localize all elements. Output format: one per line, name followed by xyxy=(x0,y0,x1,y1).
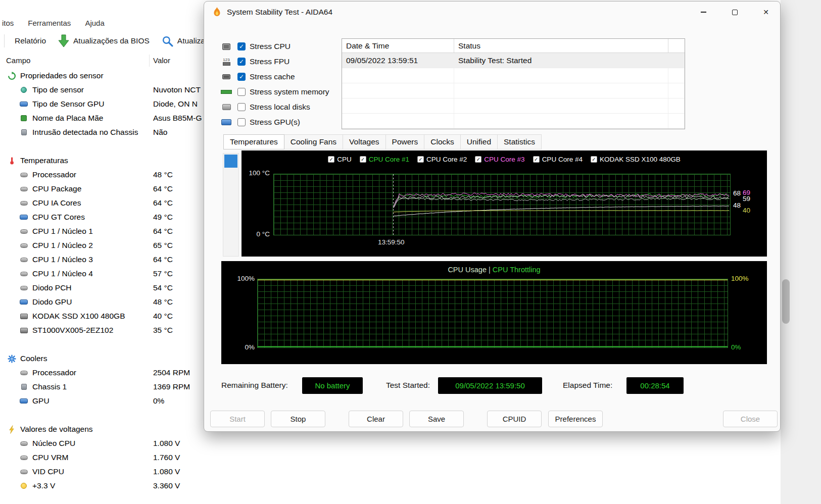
sensor-row[interactable]: Intrusão detectada no ChassisNão xyxy=(0,125,222,139)
log-column-header-date-time[interactable]: Date & Time xyxy=(342,39,454,53)
dialog-titlebar[interactable]: System Stability Test - AIDA64 ✕ xyxy=(204,2,780,23)
stress-checkbox[interactable]: ✓ xyxy=(237,73,246,81)
tab-temperatures[interactable]: Temperatures xyxy=(223,134,284,149)
search-icon[interactable] xyxy=(162,35,173,47)
sensor-row[interactable]: GPU0% xyxy=(0,394,222,408)
bios-download-icon[interactable] xyxy=(58,34,69,47)
menu-item-ajuda[interactable]: Ajuda xyxy=(84,18,105,28)
sensor-label: CPU 1 / Núcleo 1 xyxy=(32,227,93,236)
sensor-value: 3.360 V xyxy=(153,481,180,490)
tab-voltages[interactable]: Voltages xyxy=(343,134,385,149)
temp-icon xyxy=(19,441,28,446)
legend-checkbox[interactable]: ✓ xyxy=(533,156,540,163)
column-header-campo[interactable]: Campo xyxy=(6,56,30,65)
sensor-value: 35 °C xyxy=(153,326,173,335)
sensor-row[interactable]: CPU 1 / Núcleo 364 °C xyxy=(0,253,222,267)
stress-option-fpu[interactable]: 123✓Stress FPU xyxy=(219,54,329,69)
column-divider[interactable] xyxy=(149,55,150,67)
remaining-battery-text: No battery xyxy=(315,381,350,390)
legend-checkbox[interactable]: ✓ xyxy=(475,156,481,163)
sensor-row[interactable]: Diodo GPU48 °C xyxy=(0,295,222,309)
maximize-button[interactable] xyxy=(725,4,745,20)
sensor-row[interactable]: VID CPU1.080 V xyxy=(0,465,222,479)
legend-checkbox[interactable]: ✓ xyxy=(328,156,334,163)
menu-item-ferramentas[interactable]: Ferramentas xyxy=(27,18,72,28)
save-button[interactable]: Save xyxy=(409,411,464,427)
section-row-coolers[interactable]: Coolers xyxy=(0,351,222,366)
close-window-button[interactable]: ✕ xyxy=(756,4,776,20)
section-row-temperaturas[interactable]: Temperaturas xyxy=(0,154,222,168)
legend-label: CPU xyxy=(337,156,352,163)
tab-powers[interactable]: Powers xyxy=(386,134,425,149)
column-header-valor[interactable]: Valor xyxy=(153,56,170,65)
stress-checkbox[interactable]: ✓ xyxy=(237,58,246,66)
sensor-row[interactable]: Chassis 11369 RPM xyxy=(0,380,222,394)
stress-checkbox[interactable] xyxy=(237,103,246,111)
minimize-button[interactable] xyxy=(693,4,713,20)
clear-button[interactable]: Clear xyxy=(349,411,403,427)
sensor-row[interactable]: CPU Package64 °C xyxy=(0,182,222,196)
tab-clocks[interactable]: Clocks xyxy=(424,134,461,149)
sensor-row[interactable]: Tipo de sensorNuvoton NCT xyxy=(0,83,222,97)
legend-label: CPU Core #4 xyxy=(542,156,583,163)
preferences-button[interactable]: Preferences xyxy=(548,411,603,427)
section-row-valores-de-voltagens[interactable]: Valores de voltagens xyxy=(0,422,222,436)
stress-option-label: Stress FPU xyxy=(250,57,289,66)
sensor-row[interactable]: +3.3 V3.360 V xyxy=(0,479,222,493)
gpu-icon xyxy=(19,299,28,305)
y-axis-label-bottom: 0 °C xyxy=(243,230,270,238)
legend-item-cpu: ✓CPU xyxy=(328,156,352,163)
sensor-row[interactable]: CPU 1 / Núcleo 164 °C xyxy=(0,224,222,238)
tab-unified[interactable]: Unified xyxy=(461,134,498,149)
sensor-row[interactable]: Núcleo CPU1.080 V xyxy=(0,436,222,450)
stress-option-gpu[interactable]: Stress GPU(s) xyxy=(219,115,329,130)
bios-updates-button[interactable]: Atualizações da BIOS xyxy=(73,36,150,45)
cpuid-button[interactable]: CPUID xyxy=(487,411,542,427)
stress-option-cpu[interactable]: ✓Stress CPU xyxy=(219,39,329,54)
stress-checkbox[interactable]: ✓ xyxy=(237,42,246,51)
sensor-row[interactable]: CPU IA Cores64 °C xyxy=(0,196,222,210)
legend-checkbox[interactable]: ✓ xyxy=(591,156,597,163)
tab-cooling-fans[interactable]: Cooling Fans xyxy=(284,134,343,149)
legend-checkbox[interactable]: ✓ xyxy=(360,156,366,163)
sensor-row[interactable]: CPU 1 / Núcleo 265 °C xyxy=(0,238,222,253)
sensor-row[interactable]: CPU 1 / Núcleo 457 °C xyxy=(0,267,222,281)
log-column-header-status[interactable]: Status xyxy=(454,39,668,53)
chart-scrollbar-thumb[interactable] xyxy=(224,155,237,168)
stress-option-cache[interactable]: ✓Stress cache xyxy=(219,69,329,84)
stress-options-list: ✓Stress CPU123✓Stress FPU✓Stress cacheSt… xyxy=(219,39,329,130)
close-button[interactable]: Close xyxy=(723,411,778,427)
sensor-row[interactable]: Tipo de Sensor GPUDiode, ON N xyxy=(0,97,222,111)
tab-statistics[interactable]: Statistics xyxy=(498,134,542,149)
elapsed-time-label: Elapsed Time: xyxy=(563,381,612,390)
sensor-row[interactable]: Nome da Placa MãeAsus B85M-G xyxy=(0,111,222,125)
sensor-row[interactable]: ST1000VX005-2EZ10235 °C xyxy=(0,323,222,337)
sensor-row[interactable]: Diodo PCH54 °C xyxy=(0,281,222,295)
scrollbar-thumb[interactable] xyxy=(782,279,790,324)
title-separator: | xyxy=(487,266,493,274)
stress-option-disk[interactable]: Stress local disks xyxy=(219,99,329,115)
section-row-propriedades-do-sensor[interactable]: Propriedades do sensor xyxy=(0,69,222,83)
chart-scrollbar[interactable] xyxy=(223,153,239,257)
current-value-label: 59 xyxy=(743,195,750,203)
stop-button[interactable]: Stop xyxy=(271,411,325,427)
report-button[interactable]: Relatório xyxy=(15,36,46,45)
sensor-label: Chassis 1 xyxy=(32,382,67,391)
update-button[interactable]: Atualiza xyxy=(177,36,205,45)
sensor-row[interactable]: Processador48 °C xyxy=(0,168,222,182)
sensor-row[interactable]: KODAK SSD X100 480GB40 °C xyxy=(0,309,222,323)
stress-checkbox[interactable] xyxy=(237,118,246,126)
log-row[interactable]: 09/05/2022 13:59:51Stability Test: Start… xyxy=(342,53,685,68)
sensor-row[interactable]: Processador2504 RPM xyxy=(0,366,222,380)
sensor-label: CPU VRM xyxy=(32,453,68,462)
stress-option-memory[interactable]: Stress system memory xyxy=(219,84,329,99)
usage-axis-label: 0% xyxy=(731,343,741,351)
log-header: Date & TimeStatus xyxy=(342,39,685,53)
menu-item-itos[interactable]: itos xyxy=(1,18,15,28)
sensor-row[interactable]: CPU GT Cores49 °C xyxy=(0,210,222,224)
start-button[interactable]: Start xyxy=(210,411,265,427)
sensor-row[interactable]: CPU VRM1.760 V xyxy=(0,450,222,465)
stress-checkbox[interactable] xyxy=(237,88,246,96)
sensor-label: CPU GT Cores xyxy=(32,213,85,222)
legend-checkbox[interactable]: ✓ xyxy=(417,156,424,163)
